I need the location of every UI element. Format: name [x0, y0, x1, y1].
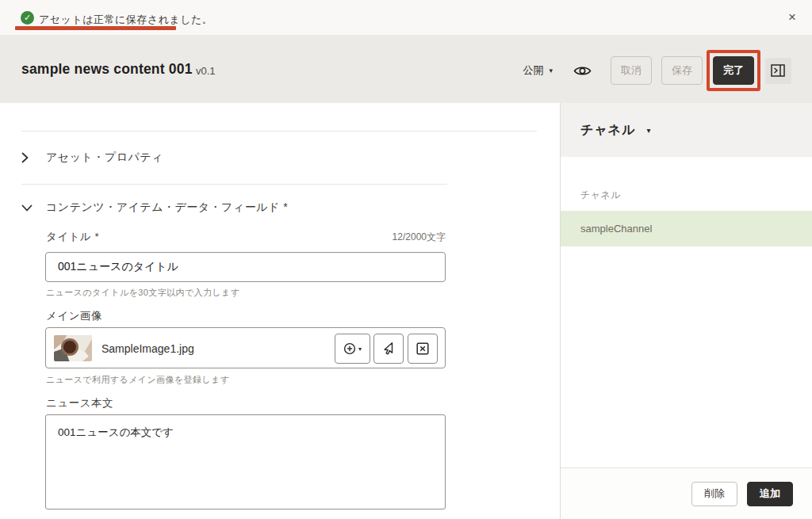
channels-panel-header: チャネル ▾: [561, 103, 812, 157]
close-icon[interactable]: ×: [788, 10, 796, 25]
notification-message: アセットは正常に保存されました。: [39, 13, 213, 27]
add-media-icon[interactable]: ▾: [335, 334, 370, 364]
body-textarea[interactable]: 001ニュースの本文です: [45, 414, 446, 509]
preview-eye-icon[interactable]: [573, 65, 592, 77]
annotation-box: 完了: [707, 50, 760, 91]
asset-header: sample news content 001 v0.1 公開 ▾ 取消 保存 …: [0, 35, 812, 103]
section-content-fields[interactable]: コンテンツ・アイテム・データ・フィールド *: [21, 200, 288, 215]
image-helper-text: ニュースで利用するメイン画像を登録します: [46, 374, 229, 386]
section-asset-properties[interactable]: アセット・プロパティ: [21, 151, 163, 165]
main-image-field: SampleImage1.jpg ▾: [45, 327, 446, 368]
annotation-underline: [15, 26, 176, 30]
notification-bar: ✓ アセットは正常に保存されました。 ×: [0, 0, 812, 35]
form-content: アセット・プロパティ コンテンツ・アイテム・データ・フィールド * タイトル *…: [0, 103, 560, 519]
select-pointer-icon[interactable]: [373, 334, 404, 364]
channel-name: sampleChannel: [580, 223, 652, 235]
delete-channel-button[interactable]: 削除: [691, 482, 737, 506]
publish-label: 公開: [523, 63, 543, 78]
image-field-label: メイン画像: [46, 309, 102, 323]
section-label: アセット・プロパティ: [46, 151, 163, 165]
page-title: sample news content 001: [21, 61, 193, 78]
publish-dropdown[interactable]: 公開 ▾: [523, 63, 553, 78]
done-button[interactable]: 完了: [713, 56, 754, 85]
remove-image-icon[interactable]: [408, 334, 438, 364]
chevron-down-icon: ▾: [549, 67, 553, 74]
chevron-down-icon[interactable]: ▾: [647, 126, 651, 135]
divider: [21, 184, 447, 185]
add-channel-button[interactable]: 追加: [747, 482, 793, 506]
success-check-icon: ✓: [21, 11, 34, 25]
channel-column-header: チャネル: [580, 189, 621, 202]
panel-title: チャネル: [580, 122, 636, 139]
title-helper-text: ニュースのタイトルを30文字以内で入力します: [46, 287, 239, 299]
divider: [21, 131, 537, 132]
body-field-label: ニュース本文: [46, 396, 113, 410]
chevron-down-icon: [21, 204, 33, 212]
cancel-button[interactable]: 取消: [611, 56, 652, 85]
version-label: v0.1: [196, 65, 216, 77]
section-label: コンテンツ・アイテム・データ・フィールド *: [46, 200, 288, 215]
chevron-right-icon: [21, 152, 33, 163]
title-input[interactable]: [45, 252, 446, 282]
toggle-side-panel-icon[interactable]: [765, 58, 791, 84]
asset-editor-window: ✓ アセットは正常に保存されました。 × sample news content…: [0, 0, 812, 519]
chevron-down-icon: ▾: [358, 345, 362, 353]
char-counter: 12/2000文字: [45, 231, 446, 244]
channel-row[interactable]: sampleChannel: [561, 211, 812, 246]
image-filename: SampleImage1.jpg: [102, 328, 194, 369]
header-actions: 公開 ▾ 取消 保存 完了: [523, 35, 791, 103]
save-button[interactable]: 保存: [661, 56, 703, 85]
image-thumbnail: [54, 335, 92, 361]
channels-panel-footer: 削除 追加: [561, 467, 812, 519]
channels-panel: チャネル ▾ チャネル sampleChannel 削除 追加: [560, 103, 812, 519]
